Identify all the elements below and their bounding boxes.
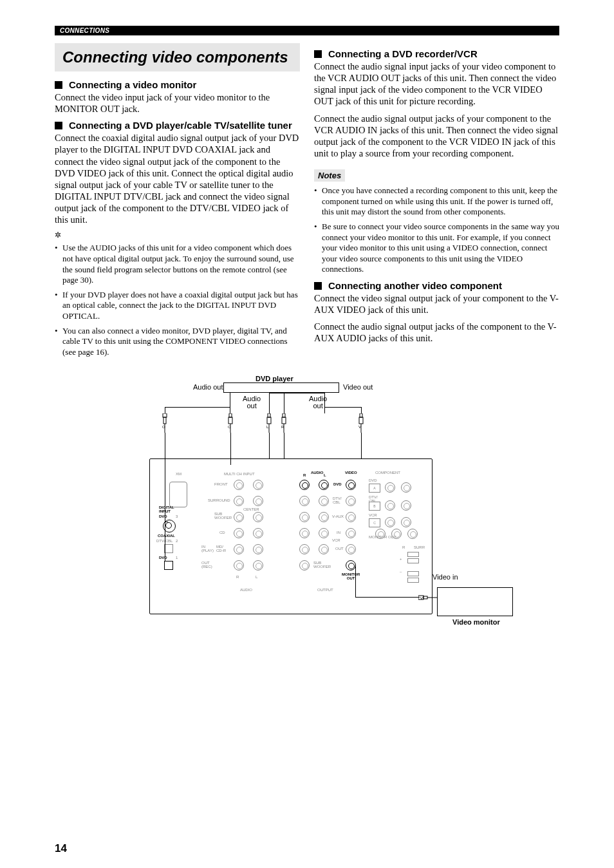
panel-label: CD <box>219 531 225 534</box>
jack-icon <box>234 512 244 522</box>
sub-heading-text: Connecting a DVD player/cable TV/satelli… <box>69 120 300 131</box>
tips-list: Use the AUDIO jacks of this unit for a v… <box>55 243 300 357</box>
jack-icon <box>299 560 310 571</box>
video-monitor-box <box>437 587 513 616</box>
jack-icon <box>234 480 244 490</box>
binding-post-icon <box>407 578 419 583</box>
panel-label: IN (PLAY) <box>201 545 214 552</box>
panel-label: L <box>256 575 257 579</box>
panel-label: DVD <box>159 514 167 518</box>
sub-heading-dvd-player: Connecting a DVD player/cable TV/satelli… <box>55 120 300 131</box>
svg-rect-16 <box>423 596 427 599</box>
panel-label: AUDIO <box>240 588 252 592</box>
panel-label: SURR <box>414 545 425 549</box>
paragraph: Connect the video signal output jack of … <box>314 292 559 316</box>
paragraph: Connect the audio signal input jacks of … <box>314 61 559 108</box>
jack-icon <box>299 544 310 554</box>
panel-label: MD/ CD-R <box>216 545 226 552</box>
square-bullet-icon <box>314 282 322 290</box>
jack-icon <box>234 496 244 506</box>
sub-heading-text: Connecting another video component <box>328 280 559 291</box>
content-columns: Connecting video components Connecting a… <box>55 43 559 362</box>
panel-label: OUT (REC) <box>201 561 212 569</box>
paragraph: Connect the coaxial digital audio signal… <box>55 132 300 225</box>
section-bar: CONNECTIONS <box>55 26 559 35</box>
sub-heading-dvd-recorder: Connecting a DVD recorder/VCR <box>314 48 559 59</box>
paragraph: Connect the audio signal output jacks of… <box>314 113 559 160</box>
square-bullet-icon <box>55 81 62 89</box>
panel-label: SUB WOOFER <box>214 512 232 520</box>
paragraph: Connect the audio signal output jacks of… <box>314 321 559 344</box>
wire-line <box>165 433 165 458</box>
panel-label: DVD <box>333 482 342 486</box>
panel-label: R <box>236 575 239 579</box>
plug-video-icon: V <box>418 593 438 603</box>
jack-icon <box>391 529 402 539</box>
wire-line <box>165 522 168 522</box>
panel-label: R <box>303 473 306 477</box>
video-out-label: Video out <box>343 383 373 391</box>
wire-line <box>269 433 270 458</box>
rear-panel: XM MULTI CH INPUT AUDIO VIDEO COMPONENT … <box>149 458 433 614</box>
right-column: Connecting a DVD recorder/VCR Connect th… <box>314 43 559 362</box>
sub-heading-another-video: Connecting another video component <box>314 280 559 291</box>
plug-coaxial-icon <box>227 413 234 433</box>
video-in-label: Video in <box>433 573 458 581</box>
jack-icon <box>234 560 244 571</box>
notes-list: Once you have connected a recording comp… <box>314 185 559 275</box>
panel-label: 1 <box>176 556 178 560</box>
plug-label: V <box>358 425 361 429</box>
wire-line <box>230 433 231 458</box>
jack-icon <box>253 544 263 554</box>
panel-label: VCR <box>332 538 340 542</box>
wire-line <box>361 433 362 458</box>
panel-label: DVD <box>369 478 377 482</box>
binding-post-icon <box>407 571 419 576</box>
video-monitor-label: Video monitor <box>452 618 500 626</box>
sub-heading-text: Connecting a DVD recorder/VCR <box>328 48 559 59</box>
jack-icon <box>253 480 263 490</box>
wire-line <box>165 407 165 413</box>
svg-rect-1 <box>163 417 166 424</box>
wire-line <box>361 407 362 413</box>
panel-label: CENTER <box>243 507 259 511</box>
jack-icon <box>234 544 244 554</box>
sub-heading-text: Connecting a video monitor <box>69 79 300 90</box>
svg-rect-4 <box>228 417 232 424</box>
jack-icon <box>385 500 395 511</box>
list-item: If your DVD player does not have a coaxi… <box>55 290 300 322</box>
component-b-icon: B <box>369 502 380 511</box>
panel-label: VIDEO <box>345 471 357 475</box>
plug-label: C <box>228 425 230 429</box>
wire-line <box>324 407 362 408</box>
svg-rect-7 <box>267 417 271 424</box>
jack-icon <box>401 500 411 511</box>
plug-video-icon <box>357 413 365 433</box>
wire-line <box>355 597 420 598</box>
panel-label: AUDIO <box>311 471 323 475</box>
jack-icon <box>319 496 329 506</box>
jack-icon <box>319 544 329 554</box>
jack-icon <box>346 496 356 506</box>
jack-optical-icon <box>164 544 173 553</box>
jack-icon <box>299 496 310 506</box>
tip-icon: ✲ <box>55 231 300 240</box>
svg-text:V: V <box>420 596 423 600</box>
panel-label: MULTI CH INPUT <box>224 472 255 476</box>
panel-label: 3 <box>176 514 178 518</box>
jack-monitor-out <box>346 560 356 571</box>
panel-label: VCR <box>369 513 377 517</box>
jack-icon <box>319 512 329 522</box>
wire-line <box>230 393 230 413</box>
square-bullet-icon <box>55 122 62 129</box>
dvd-player-box <box>223 382 339 393</box>
plug-audio-r-icon <box>280 413 288 433</box>
panel-label: SURROUND <box>208 498 230 502</box>
binding-post-icon <box>407 558 419 563</box>
panel-label: COMPONENT <box>375 471 400 475</box>
jack-icon <box>253 496 263 506</box>
list-item: Be sure to connect your video source com… <box>314 222 559 275</box>
jack-dvd-audio-r <box>299 480 310 490</box>
panel-label: L <box>324 473 326 477</box>
panel-label: IN <box>337 531 340 534</box>
